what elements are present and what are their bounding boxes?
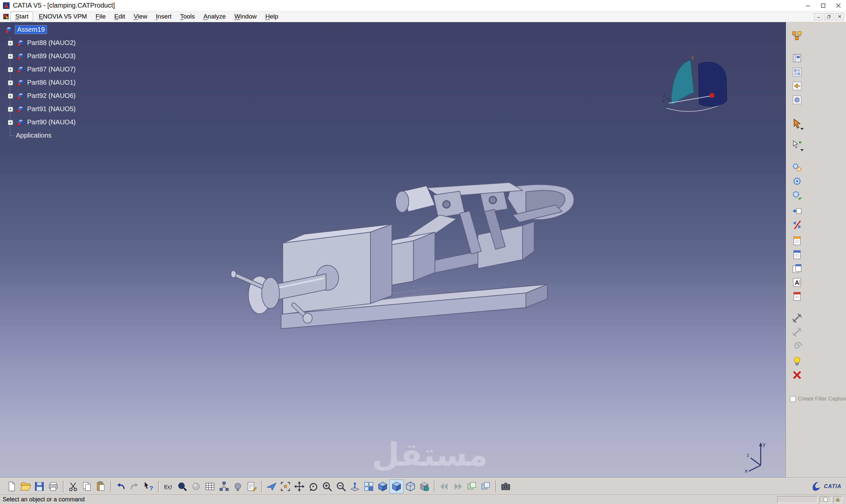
- menu-insert[interactable]: Insert: [151, 12, 176, 21]
- break-link-icon[interactable]: [790, 218, 804, 232]
- menu-start[interactable]: Start: [11, 12, 33, 21]
- maximize-button[interactable]: [815, 0, 831, 11]
- menu-enovia[interactable]: ENOVIA V5 VPM: [34, 12, 91, 21]
- expand-plus-icon[interactable]: [8, 120, 13, 125]
- filter-capture-checkbox[interactable]: [790, 396, 796, 402]
- new-document-icon[interactable]: [5, 480, 19, 493]
- 3d-viewport[interactable]: Assem19 Part88 (NAUO2) Part89 (NAUO3) Pa…: [0, 22, 786, 478]
- tree-item-part90[interactable]: Part90 (NAUO4): [3, 116, 142, 129]
- tree-root-label[interactable]: Assem19: [15, 25, 47, 34]
- tree-item-part87[interactable]: Part87 (NAUO7): [3, 63, 142, 76]
- compass-handle[interactable]: [709, 93, 714, 98]
- capture-camera-icon[interactable]: [499, 480, 512, 493]
- paste-component-icon[interactable]: [790, 204, 804, 218]
- copy-icon[interactable]: [80, 480, 94, 493]
- manipulation-tool-icon[interactable]: [790, 138, 804, 152]
- expand-plus-icon[interactable]: [8, 67, 13, 72]
- clipboard-stack-icon[interactable]: [790, 262, 804, 275]
- wireframe-view-icon[interactable]: [403, 480, 417, 493]
- tree-item-applications[interactable]: Applications: [3, 129, 142, 143]
- tree-item-label[interactable]: Part88 (NAUO2): [27, 39, 76, 47]
- mdi-close-button[interactable]: [835, 13, 844, 20]
- zoom-out-icon[interactable]: [334, 480, 348, 493]
- command-entry-box[interactable]: [777, 496, 817, 503]
- paste-layer-icon[interactable]: [479, 480, 493, 493]
- expand-plus-icon[interactable]: [8, 107, 13, 112]
- measure-icon[interactable]: [790, 311, 804, 325]
- whats-this-icon[interactable]: ?: [142, 480, 156, 493]
- product-graph-icon[interactable]: [217, 480, 231, 493]
- tree-root-assem19[interactable]: Assem19: [3, 23, 142, 37]
- copy-layer-icon[interactable]: [465, 480, 479, 493]
- filter-capture-label[interactable]: Create Filter Capture: [798, 396, 846, 402]
- fast-instantiation-icon[interactable]: [790, 79, 804, 93]
- gear-blue-icon[interactable]: [790, 174, 804, 188]
- chevron-down-icon[interactable]: [800, 128, 804, 130]
- menu-view[interactable]: View: [129, 12, 151, 21]
- minimize-button[interactable]: [800, 0, 815, 11]
- expand-plus-icon[interactable]: [8, 54, 13, 59]
- expand-plus-icon[interactable]: [8, 41, 13, 46]
- menu-file[interactable]: File: [91, 12, 110, 21]
- expand-plus-icon[interactable]: [8, 80, 13, 85]
- tree-item-label[interactable]: Part86 (NAUO1): [27, 79, 76, 86]
- view-compass[interactable]: y z x: [662, 54, 738, 120]
- part-icon[interactable]: [17, 66, 24, 73]
- catalog-browser-icon[interactable]: [790, 51, 804, 65]
- mdi-restore-button[interactable]: [825, 13, 833, 20]
- iso-view-icon[interactable]: [376, 480, 390, 493]
- clipboard-view-icon[interactable]: [790, 248, 804, 262]
- delete-x-icon[interactable]: [790, 368, 804, 382]
- compass-wu-plane[interactable]: [699, 62, 727, 107]
- menu-window[interactable]: Window: [230, 12, 261, 21]
- clipboard-capture-icon[interactable]: [790, 234, 804, 248]
- tree-item-label[interactable]: Part90 (NAUO4): [27, 119, 76, 126]
- redo-icon[interactable]: [128, 480, 142, 493]
- part-icon[interactable]: [17, 39, 24, 47]
- smart-instantiation-icon[interactable]: [790, 93, 804, 107]
- save-icon[interactable]: [32, 480, 46, 493]
- tree-item-part92[interactable]: Part92 (NAUO6): [3, 90, 142, 103]
- undo-icon[interactable]: [114, 480, 128, 493]
- check-analysis-icon[interactable]: [245, 480, 259, 493]
- tree-item-part89[interactable]: Part89 (NAUO3): [3, 50, 142, 63]
- tree-item-label[interactable]: Part92 (NAUO6): [27, 92, 76, 100]
- tree-item-label[interactable]: Part87 (NAUO7): [27, 66, 76, 73]
- multi-view-icon[interactable]: [362, 480, 376, 493]
- mdi-minimize-button[interactable]: [814, 13, 823, 20]
- cut-icon[interactable]: [66, 480, 80, 493]
- shaded-view-icon[interactable]: [390, 480, 403, 493]
- product-structure-icon[interactable]: [790, 29, 804, 43]
- part-icon[interactable]: [17, 119, 24, 126]
- menu-help[interactable]: Help: [261, 12, 283, 21]
- normal-view-icon[interactable]: [348, 480, 362, 493]
- menu-tools[interactable]: Tools: [176, 12, 199, 21]
- part-icon[interactable]: [17, 92, 24, 100]
- part-icon[interactable]: [17, 105, 24, 113]
- rotate-icon[interactable]: [306, 480, 320, 493]
- tree-item-part88[interactable]: Part88 (NAUO2): [3, 37, 142, 50]
- menu-analyze[interactable]: Analyze: [199, 12, 230, 21]
- mass-properties-icon[interactable]: [790, 339, 804, 353]
- knowledge-advisor-icon[interactable]: [231, 480, 245, 493]
- chevron-down-icon[interactable]: [800, 149, 804, 151]
- paste-icon[interactable]: [94, 480, 108, 493]
- fit-all-in-icon[interactable]: [278, 480, 292, 493]
- gear-arrow-icon[interactable]: [790, 188, 804, 202]
- update-gears-icon[interactable]: [790, 160, 804, 174]
- clamp-3d-model[interactable]: [228, 182, 579, 337]
- search-icon[interactable]: [175, 480, 189, 493]
- previous-page-icon[interactable]: [437, 480, 451, 493]
- tree-item-part86[interactable]: Part86 (NAUO1): [3, 76, 142, 90]
- print-icon[interactable]: [46, 480, 60, 493]
- design-table-icon[interactable]: [203, 480, 217, 493]
- open-folder-icon[interactable]: [19, 480, 32, 493]
- compass-uv-plane[interactable]: [671, 60, 694, 106]
- tree-item-label[interactable]: Part91 (NAUO5): [27, 105, 76, 113]
- select-arrow-icon[interactable]: [790, 117, 804, 131]
- apply-material-icon[interactable]: [417, 480, 431, 493]
- status-lock-box[interactable]: [833, 496, 842, 503]
- tree-item-part91[interactable]: Part91 (NAUO5): [3, 103, 142, 116]
- component-family-icon[interactable]: [790, 65, 804, 79]
- fly-mode-icon[interactable]: [265, 480, 278, 493]
